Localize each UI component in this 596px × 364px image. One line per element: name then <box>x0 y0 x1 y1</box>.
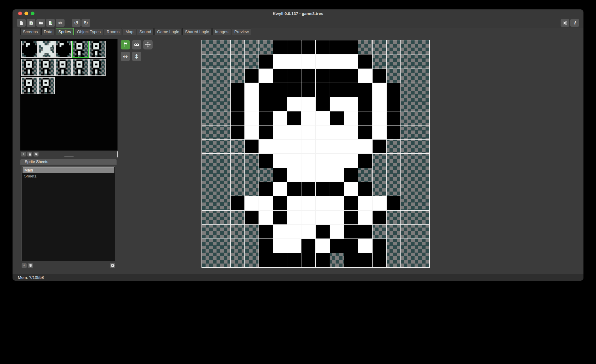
pixel-cell[interactable] <box>245 40 259 54</box>
pixel-cell[interactable] <box>330 111 344 126</box>
pixel-cell[interactable] <box>373 97 387 111</box>
sprite-thumbnail-monkey[interactable] <box>21 77 38 94</box>
pixel-cell[interactable] <box>216 168 230 182</box>
pixel-cell[interactable] <box>231 225 245 239</box>
pixel-cell[interactable] <box>245 54 259 69</box>
pixel-cell[interactable] <box>259 69 273 83</box>
pixel-cell[interactable] <box>401 211 415 225</box>
pixel-cell[interactable] <box>287 239 301 253</box>
sheet-item-sheet1[interactable]: Sheet1 <box>23 173 114 179</box>
pixel-cell[interactable] <box>273 196 287 210</box>
sprite-thumbnail-ball[interactable] <box>21 41 38 58</box>
zoom-window-button[interactable] <box>31 12 34 15</box>
pixel-cell[interactable] <box>387 253 401 267</box>
pixel-cell[interactable] <box>259 83 273 97</box>
pixel-cell[interactable] <box>415 182 429 196</box>
pixel-cell[interactable] <box>259 40 273 54</box>
tab-object-types[interactable]: Object Types <box>75 28 103 35</box>
pixel-cell[interactable] <box>387 126 401 140</box>
pixel-cell[interactable] <box>287 140 301 154</box>
pixel-cell[interactable] <box>273 54 287 69</box>
pixel-cell[interactable] <box>245 126 259 140</box>
sprite-thumbnail-monkey[interactable] <box>89 59 106 76</box>
pixel-cell[interactable] <box>245 196 259 210</box>
pixel-cell[interactable] <box>316 83 330 97</box>
pixel-cell[interactable] <box>344 239 358 253</box>
tab-game-logic[interactable]: Game Logic <box>154 28 181 35</box>
pixel-cell[interactable] <box>231 211 245 225</box>
pixel-cell[interactable] <box>415 40 429 54</box>
pixel-cell[interactable] <box>301 225 316 239</box>
pixel-cell[interactable] <box>202 182 216 196</box>
pixel-cell[interactable] <box>415 69 429 83</box>
pixel-cell[interactable] <box>344 126 358 140</box>
pixel-cell[interactable] <box>245 69 259 83</box>
pixel-cell[interactable] <box>330 126 344 140</box>
pixel-cell[interactable] <box>358 239 372 253</box>
pixel-cell[interactable] <box>358 196 372 210</box>
pixel-cell[interactable] <box>330 253 344 267</box>
select-tool-button[interactable] <box>132 40 141 49</box>
pixel-cell[interactable] <box>231 69 245 83</box>
pixel-cell[interactable] <box>287 211 301 225</box>
pixel-cell[interactable] <box>216 97 230 111</box>
pixel-cell[interactable] <box>330 154 344 168</box>
pixel-cell[interactable] <box>373 69 387 83</box>
pixel-cell[interactable] <box>387 182 401 196</box>
sprite-thumbnail-monkey[interactable] <box>72 59 89 76</box>
add-sheet-button[interactable]: + <box>22 263 27 268</box>
pixel-cell[interactable] <box>358 211 372 225</box>
pixel-cell[interactable] <box>415 239 429 253</box>
pixel-cell[interactable] <box>330 225 344 239</box>
pixel-cell[interactable] <box>216 140 230 154</box>
pixel-cell[interactable] <box>273 40 287 54</box>
pixel-cell[interactable] <box>344 83 358 97</box>
pixel-cell[interactable] <box>287 69 301 83</box>
pixel-cell[interactable] <box>273 111 287 126</box>
pixel-cell[interactable] <box>259 253 273 267</box>
pixel-cell[interactable] <box>273 97 287 111</box>
save-button[interactable] <box>27 19 35 27</box>
pixel-cell[interactable] <box>216 253 230 267</box>
pixel-cell[interactable] <box>301 126 316 140</box>
new-file-button[interactable] <box>17 19 26 27</box>
pixel-cell[interactable] <box>231 182 245 196</box>
pixel-cell[interactable] <box>273 126 287 140</box>
pixel-cell[interactable] <box>358 168 372 182</box>
pixel-cell[interactable] <box>245 253 259 267</box>
open-folder-button[interactable] <box>36 19 45 27</box>
pixel-cell[interactable] <box>344 140 358 154</box>
pixel-cell[interactable] <box>344 40 358 54</box>
pixel-cell[interactable] <box>415 97 429 111</box>
pixel-cell[interactable] <box>387 154 401 168</box>
pixel-cell[interactable] <box>273 154 287 168</box>
pixel-cell[interactable] <box>401 196 415 210</box>
pixel-cell[interactable] <box>273 239 287 253</box>
pixel-cell[interactable] <box>387 69 401 83</box>
pixel-cell[interactable] <box>344 211 358 225</box>
pixel-cell[interactable] <box>401 154 415 168</box>
pixel-cell[interactable] <box>202 111 216 126</box>
pixel-cell[interactable] <box>358 83 372 97</box>
pixel-cell[interactable] <box>344 69 358 83</box>
pixel-cell[interactable] <box>401 140 415 154</box>
sprite-thumbnail-monkey[interactable] <box>38 77 55 94</box>
pixel-cell[interactable] <box>344 97 358 111</box>
pixel-cell[interactable] <box>387 239 401 253</box>
pixel-cell[interactable] <box>387 97 401 111</box>
pixel-cell[interactable] <box>316 69 330 83</box>
tab-map[interactable]: Map <box>123 28 136 35</box>
pixel-cell[interactable] <box>202 83 216 97</box>
pixel-cell[interactable] <box>330 40 344 54</box>
pixel-cell[interactable] <box>330 196 344 210</box>
pixel-cell[interactable] <box>401 253 415 267</box>
pixel-cell[interactable] <box>330 54 344 69</box>
pixel-cell[interactable] <box>273 83 287 97</box>
pixel-cell[interactable] <box>273 253 287 267</box>
pixel-cell[interactable] <box>202 140 216 154</box>
pixel-cell[interactable] <box>415 140 429 154</box>
pixel-cell[interactable] <box>415 168 429 182</box>
pixel-cell[interactable] <box>387 83 401 97</box>
pixel-cell[interactable] <box>202 253 216 267</box>
pixel-cell[interactable] <box>259 225 273 239</box>
